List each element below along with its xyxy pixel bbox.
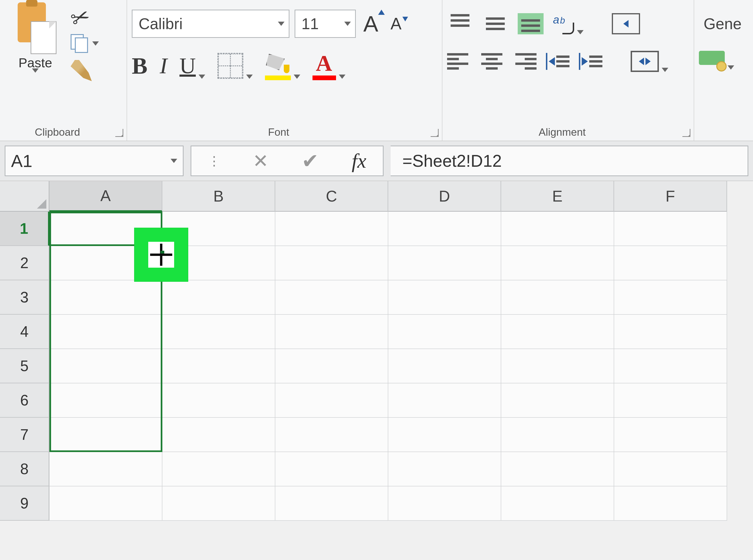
decrease-indent-button[interactable] [546, 52, 569, 71]
cell-E2[interactable] [501, 246, 614, 280]
cell-C1[interactable] [275, 212, 388, 246]
underline-button[interactable]: U [179, 53, 205, 79]
cell-F5[interactable] [614, 349, 727, 383]
cell-C3[interactable] [275, 280, 388, 315]
cell-A2[interactable] [50, 246, 162, 280]
font-name-combo[interactable]: Calibri [132, 9, 289, 38]
accounting-format-button[interactable] [699, 51, 734, 69]
copy-dropdown[interactable] [92, 41, 99, 46]
borders-button[interactable] [217, 53, 253, 79]
cell-B7[interactable] [162, 418, 275, 452]
column-header-E[interactable]: E [501, 181, 614, 212]
orientation-button[interactable]: ab [553, 13, 583, 34]
cell-A7[interactable] [50, 418, 162, 452]
cell-E4[interactable] [501, 315, 614, 349]
cell-C4[interactable] [275, 315, 388, 349]
italic-button[interactable]: I [160, 53, 167, 79]
column-header-D[interactable]: D [388, 181, 501, 212]
cell-F1[interactable] [614, 212, 727, 246]
row-header-4[interactable]: 4 [0, 315, 50, 349]
row-header-3[interactable]: 3 [0, 280, 50, 315]
cell-B8[interactable] [162, 452, 275, 486]
format-painter-icon[interactable] [71, 60, 92, 81]
cell-D1[interactable] [388, 212, 501, 246]
column-header-A[interactable]: A [50, 181, 162, 212]
cell-C8[interactable] [275, 452, 388, 486]
cell-F8[interactable] [614, 452, 727, 486]
font-size-combo[interactable]: 11 [295, 9, 356, 38]
column-header-C[interactable]: C [275, 181, 388, 212]
cell-A6[interactable] [50, 383, 162, 418]
formula-input[interactable]: =Sheet2!D12 [391, 145, 748, 176]
wrap-text-button[interactable] [612, 13, 640, 34]
paste-dropdown[interactable] [32, 73, 39, 81]
cell-C9[interactable] [275, 486, 388, 521]
row-header-2[interactable]: 2 [0, 246, 50, 280]
row-header-1[interactable]: 1 [0, 212, 50, 246]
paste-button[interactable]: Paste [5, 2, 66, 81]
cell-F9[interactable] [614, 486, 727, 521]
cell-D3[interactable] [388, 280, 501, 315]
cell-C7[interactable] [275, 418, 388, 452]
font-color-button[interactable]: A [312, 53, 345, 79]
align-bottom-button[interactable] [518, 13, 544, 34]
cell-C6[interactable] [275, 383, 388, 418]
cell-B4[interactable] [162, 315, 275, 349]
cell-F6[interactable] [614, 383, 727, 418]
align-middle-button[interactable] [482, 13, 508, 34]
number-format-combo[interactable]: Gene [699, 9, 741, 38]
cell-D8[interactable] [388, 452, 501, 486]
fill-color-button[interactable] [265, 53, 300, 79]
cell-B1[interactable] [162, 212, 275, 246]
increase-indent-button[interactable] [579, 52, 602, 71]
cell-C2[interactable] [275, 246, 388, 280]
cell-D6[interactable] [388, 383, 501, 418]
cell-A8[interactable] [50, 452, 162, 486]
cell-A5[interactable] [50, 349, 162, 383]
cell-B2[interactable] [162, 246, 275, 280]
cell-A3[interactable] [50, 280, 162, 315]
cell-F7[interactable] [614, 418, 727, 452]
row-header-5[interactable]: 5 [0, 349, 50, 383]
cell-C5[interactable] [275, 349, 388, 383]
align-center-button[interactable] [480, 52, 504, 71]
cell-B6[interactable] [162, 383, 275, 418]
cell-A4[interactable] [50, 315, 162, 349]
cell-E8[interactable] [501, 452, 614, 486]
cell-D9[interactable] [388, 486, 501, 521]
align-right-button[interactable] [513, 52, 537, 71]
row-header-8[interactable]: 8 [0, 452, 50, 486]
name-box[interactable]: A1 [5, 145, 184, 176]
cell-E9[interactable] [501, 486, 614, 521]
cell-D7[interactable] [388, 418, 501, 452]
cell-E1[interactable] [501, 212, 614, 246]
cell-E6[interactable] [501, 383, 614, 418]
increase-font-size-icon[interactable]: A [361, 11, 381, 37]
decrease-font-size-icon[interactable]: A [388, 14, 404, 33]
font-launcher-icon[interactable] [431, 129, 439, 137]
align-left-button[interactable] [447, 52, 471, 71]
fx-icon[interactable]: fx [352, 149, 366, 173]
copy-button[interactable] [71, 34, 99, 53]
cell-B3[interactable] [162, 280, 275, 315]
cell-E5[interactable] [501, 349, 614, 383]
cell-F2[interactable] [614, 246, 727, 280]
cell-B5[interactable] [162, 349, 275, 383]
cell-E7[interactable] [501, 418, 614, 452]
column-header-B[interactable]: B [162, 181, 275, 212]
select-all-corner[interactable] [0, 181, 50, 212]
cell-F3[interactable] [614, 280, 727, 315]
cell-E3[interactable] [501, 280, 614, 315]
column-header-F[interactable]: F [614, 181, 727, 212]
row-header-7[interactable]: 7 [0, 418, 50, 452]
cell-A1[interactable] [50, 212, 162, 246]
clipboard-launcher-icon[interactable] [115, 129, 123, 137]
alignment-launcher-icon[interactable] [682, 129, 690, 137]
cell-D4[interactable] [388, 315, 501, 349]
align-top-button[interactable] [447, 13, 473, 34]
cell-F4[interactable] [614, 315, 727, 349]
bold-button[interactable]: B [132, 52, 148, 79]
row-header-6[interactable]: 6 [0, 383, 50, 418]
cell-D2[interactable] [388, 246, 501, 280]
merge-center-button[interactable] [631, 51, 668, 72]
